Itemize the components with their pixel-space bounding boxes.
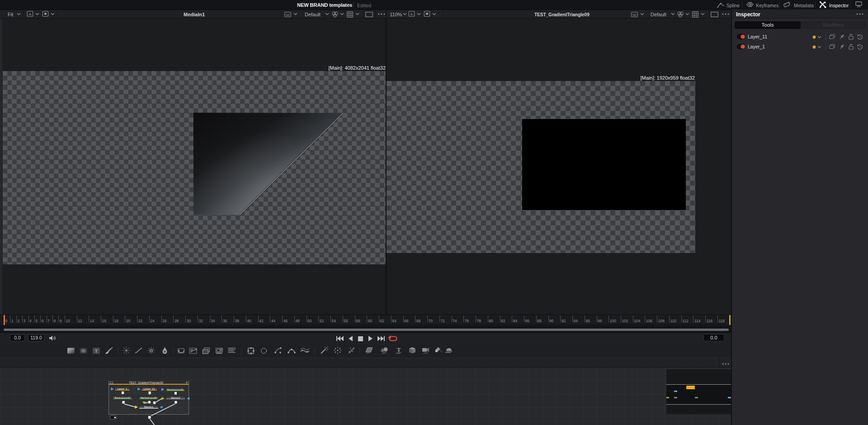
svg-text:A: A bbox=[410, 12, 413, 16]
svg-text:T: T bbox=[94, 348, 98, 353]
svg-text:A: A bbox=[29, 12, 32, 16]
svg-text:T: T bbox=[397, 346, 401, 353]
